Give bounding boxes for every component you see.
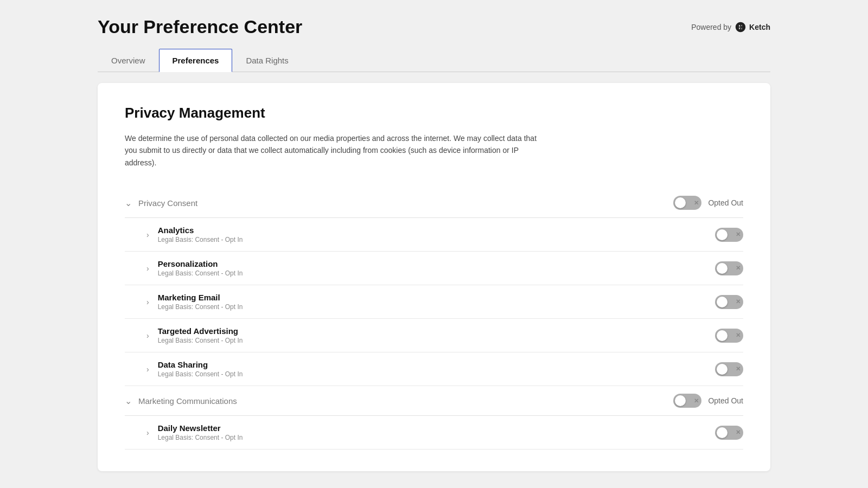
powered-by: Powered by Ketch xyxy=(691,21,770,33)
toggle-track: ✕ xyxy=(673,196,701,210)
item-info: Data Sharing Legal Basis: Consent - Opt … xyxy=(158,360,243,378)
tabs: Overview Preferences Data Rights xyxy=(98,48,770,72)
item-info: Analytics Legal Basis: Consent - Opt In xyxy=(158,226,243,243)
item-subtitle-analytics: Legal Basis: Consent - Opt In xyxy=(158,236,243,243)
toggle-marketing-email[interactable]: ✕ xyxy=(715,295,743,309)
toggle-x-icon: ✕ xyxy=(736,429,741,435)
category-marketing-communications: ⌄ Marketing Communications ✕ Opted Out xyxy=(125,386,743,416)
toggle-x-icon: ✕ xyxy=(736,366,741,372)
opted-out-marketing-communications: Opted Out xyxy=(708,396,743,405)
item-info: Marketing Email Legal Basis: Consent - O… xyxy=(158,293,243,311)
item-left: › Daily Newsletter Legal Basis: Consent … xyxy=(146,423,242,441)
item-name-personalization: Personalization xyxy=(158,259,243,268)
item-name-data-sharing: Data Sharing xyxy=(158,360,243,369)
opted-out-privacy-consent: Opted Out xyxy=(708,198,743,207)
item-marketing-email: › Marketing Email Legal Basis: Consent -… xyxy=(125,285,743,319)
chevron-right-icon[interactable]: › xyxy=(146,428,149,437)
powered-by-text: Powered by xyxy=(691,23,731,31)
toggle-track: ✕ xyxy=(673,394,701,408)
toggle-personalization[interactable]: ✕ xyxy=(715,261,743,275)
item-name-analytics: Analytics xyxy=(158,226,243,235)
chevron-right-icon[interactable]: › xyxy=(146,264,149,273)
toggle-x-icon: ✕ xyxy=(736,232,741,237)
toggle-targeted-advertising[interactable]: ✕ xyxy=(715,329,743,343)
item-subtitle-data-sharing: Legal Basis: Consent - Opt In xyxy=(158,370,243,378)
page-title: Your Preference Center xyxy=(98,16,302,37)
category-privacy-consent: ⌄ Privacy Consent ✕ Opted Out xyxy=(125,188,743,218)
item-subtitle-marketing-email: Legal Basis: Consent - Opt In xyxy=(158,303,243,311)
chevron-down-icon[interactable]: ⌄ xyxy=(125,198,132,208)
section-title: Privacy Management xyxy=(125,105,743,121)
item-left: › Personalization Legal Basis: Consent -… xyxy=(146,259,242,277)
item-targeted-advertising: › Targeted Advertising Legal Basis: Cons… xyxy=(125,319,743,352)
chevron-down-icon[interactable]: ⌄ xyxy=(125,396,132,406)
toggle-thumb xyxy=(717,229,727,240)
toggle-track: ✕ xyxy=(715,261,743,275)
item-left: › Marketing Email Legal Basis: Consent -… xyxy=(146,293,242,311)
item-name-daily-newsletter: Daily Newsletter xyxy=(158,423,243,433)
toggle-x-icon: ✕ xyxy=(736,265,741,271)
category-left: ⌄ Marketing Communications xyxy=(125,396,237,406)
item-name-marketing-email: Marketing Email xyxy=(158,293,243,302)
toggle-x-icon: ✕ xyxy=(736,332,741,338)
toggle-thumb xyxy=(717,330,727,341)
toggle-x-icon: ✕ xyxy=(694,398,699,404)
ketch-icon xyxy=(735,21,746,33)
category-name-privacy-consent: Privacy Consent xyxy=(138,198,197,208)
toggle-track: ✕ xyxy=(715,329,743,343)
toggle-thumb xyxy=(675,197,686,208)
item-subtitle-daily-newsletter: Legal Basis: Consent - Opt In xyxy=(158,434,243,441)
toggle-track: ✕ xyxy=(715,228,743,242)
toggle-thumb xyxy=(717,297,727,307)
content-card: Privacy Management We determine the use … xyxy=(98,83,770,471)
category-right: ✕ Opted Out xyxy=(673,196,743,210)
item-subtitle-personalization: Legal Basis: Consent - Opt In xyxy=(158,269,243,277)
item-info: Targeted Advertising Legal Basis: Consen… xyxy=(158,326,243,344)
category-name-marketing-communications: Marketing Communications xyxy=(138,396,237,406)
toggle-x-icon: ✕ xyxy=(694,200,699,206)
item-name-targeted-advertising: Targeted Advertising xyxy=(158,326,243,336)
section-description: We determine the use of personal data co… xyxy=(125,132,548,169)
header: Your Preference Center Powered by Ketch xyxy=(98,0,770,48)
toggle-thumb xyxy=(675,395,686,406)
toggle-daily-newsletter[interactable]: ✕ xyxy=(715,426,743,440)
toggle-data-sharing[interactable]: ✕ xyxy=(715,362,743,376)
toggle-thumb xyxy=(717,263,727,274)
toggle-analytics[interactable]: ✕ xyxy=(715,228,743,242)
item-left: › Data Sharing Legal Basis: Consent - Op… xyxy=(146,360,242,378)
toggle-track: ✕ xyxy=(715,426,743,440)
ketch-logo: Ketch xyxy=(735,21,770,33)
item-data-sharing: › Data Sharing Legal Basis: Consent - Op… xyxy=(125,352,743,386)
chevron-right-icon[interactable]: › xyxy=(146,331,149,340)
tab-data-rights[interactable]: Data Rights xyxy=(232,49,302,72)
item-left: › Targeted Advertising Legal Basis: Cons… xyxy=(146,326,242,344)
toggle-thumb xyxy=(717,364,727,375)
toggle-marketing-communications[interactable]: ✕ xyxy=(673,394,701,408)
toggle-x-icon: ✕ xyxy=(736,299,741,305)
toggle-privacy-consent[interactable]: ✕ xyxy=(673,196,701,210)
item-analytics: › Analytics Legal Basis: Consent - Opt I… xyxy=(125,218,743,252)
item-info: Daily Newsletter Legal Basis: Consent - … xyxy=(158,423,243,441)
toggle-track: ✕ xyxy=(715,295,743,309)
item-info: Personalization Legal Basis: Consent - O… xyxy=(158,259,243,277)
tab-preferences[interactable]: Preferences xyxy=(159,49,233,72)
item-daily-newsletter: › Daily Newsletter Legal Basis: Consent … xyxy=(125,416,743,450)
toggle-thumb xyxy=(717,427,727,438)
tab-overview[interactable]: Overview xyxy=(98,49,159,72)
category-left: ⌄ Privacy Consent xyxy=(125,198,197,208)
toggle-track: ✕ xyxy=(715,362,743,376)
category-right: ✕ Opted Out xyxy=(673,394,743,408)
item-left: › Analytics Legal Basis: Consent - Opt I… xyxy=(146,226,242,243)
ketch-label: Ketch xyxy=(749,23,770,31)
chevron-right-icon[interactable]: › xyxy=(146,365,149,374)
chevron-right-icon[interactable]: › xyxy=(146,230,149,239)
chevron-right-icon[interactable]: › xyxy=(146,298,149,306)
item-personalization: › Personalization Legal Basis: Consent -… xyxy=(125,252,743,285)
item-subtitle-targeted-advertising: Legal Basis: Consent - Opt In xyxy=(158,337,243,344)
